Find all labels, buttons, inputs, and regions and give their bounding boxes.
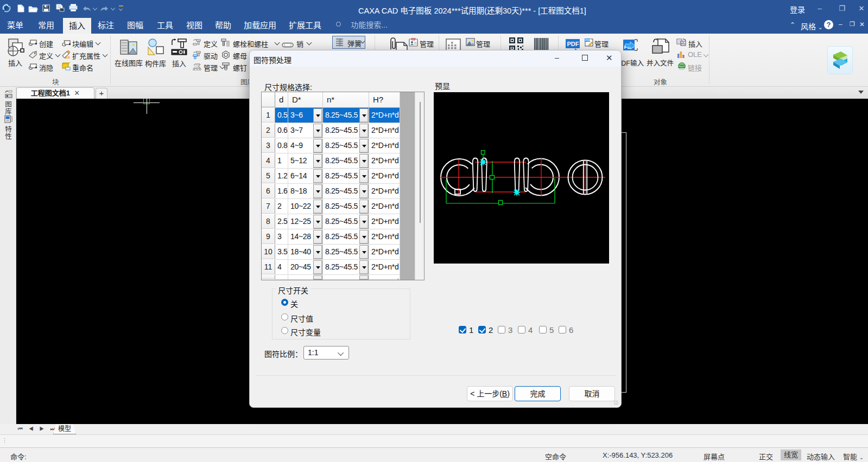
svg-text:Ex: Ex (65, 55, 70, 59)
svg-text:PDF: PDF (585, 39, 592, 42)
svg-text:PDF: PDF (567, 41, 579, 47)
